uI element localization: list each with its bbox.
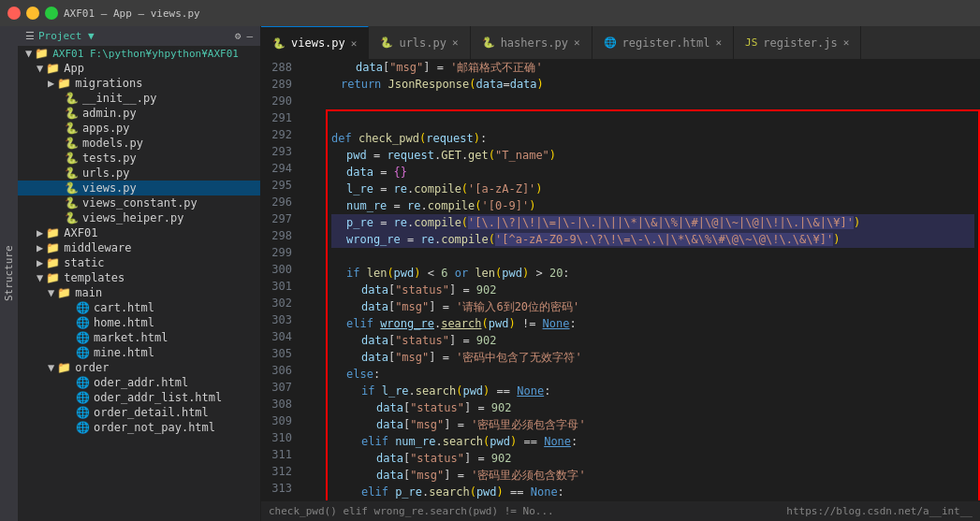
tree-views-constant[interactable]: 🐍 views_constant.py (18, 195, 260, 210)
tab-hashers-py-label: hashers.py (501, 36, 568, 50)
tree-oder-addr[interactable]: 🌐 oder_addr.html (18, 375, 260, 390)
code-line-307: if l_re.search(pwd) == None: (331, 383, 974, 399)
settings-icon[interactable]: ⚙ (235, 30, 241, 42)
tab-register-js[interactable]: JS register.js ✕ (734, 26, 861, 59)
tree-cart[interactable]: 🌐 cart.html (18, 300, 260, 315)
sidebar-header: ☰ Project ▼ ⚙ — (18, 26, 260, 46)
views-label: views.py (82, 181, 137, 195)
tab-views-py-label: views.py (291, 36, 345, 50)
tree-order-not-pay[interactable]: 🌐 order_not_pay.html (18, 420, 260, 435)
order-label: order (75, 361, 109, 374)
register-html-icon: 🌐 (604, 36, 617, 49)
main-label: main (75, 286, 102, 299)
tab-urls-py-label: urls.py (399, 36, 446, 50)
tab-views-py[interactable]: 🐍 views.py ✕ (261, 26, 369, 59)
oder-addr-label: oder_addr.html (94, 376, 188, 389)
code-line-312: data["msg"] = '密码里必须包含数字' (331, 467, 974, 484)
views-py-icon: 🐍 (272, 37, 285, 50)
static-label: static (64, 256, 104, 269)
middleware-label: middleware (64, 241, 131, 254)
tree-middleware[interactable]: ▶ 📁 middleware (18, 240, 260, 255)
tree-home[interactable]: 🌐 home.html (18, 315, 260, 330)
code-line-292: def check_pwd(request): (331, 130, 974, 147)
code-line-299 (331, 248, 974, 265)
tab-hashers-py[interactable]: 🐍 hashers.py ✕ (471, 26, 592, 59)
tree-migrations[interactable]: ▶ 📁 migrations (18, 76, 260, 91)
apps-label: apps.py (82, 122, 130, 135)
tree-main[interactable]: ▼ 📁 main (18, 285, 260, 300)
home-label: home.html (94, 316, 154, 329)
tree-templates[interactable]: ▼ 📁 templates (18, 270, 260, 285)
root-label: AXF01 F:\python¥yhpython¥AXF01 (52, 48, 239, 60)
tree-init[interactable]: 🐍 __init__.py (18, 91, 260, 106)
project-label: Project ▼ (38, 30, 95, 42)
tab-register-html[interactable]: 🌐 register.html ✕ (592, 26, 735, 59)
tab-views-py-close[interactable]: ✕ (351, 37, 358, 50)
minimize-btn[interactable] (26, 7, 39, 20)
tree-models[interactable]: 🐍 models.py (18, 136, 260, 151)
code-line-310: elif num_re.search(pwd) == None: (331, 433, 974, 450)
breadcrumb-text: check_pwd() elif wrong_re.search(pwd) !=… (269, 505, 554, 517)
breadcrumb: check_pwd() elif wrong_re.search(pwd) !=… (261, 500, 980, 521)
tab-hashers-py-close[interactable]: ✕ (574, 36, 580, 49)
code-line-290 (326, 93, 980, 109)
tree-admin[interactable]: 🐍 admin.py (18, 106, 260, 121)
highlight-region: def check_pwd(request): pwd = request.GE… (326, 109, 980, 500)
tree-views[interactable]: 🐍 views.py (18, 181, 260, 195)
views-constant-label: views_constant.py (82, 196, 197, 210)
tree-apps[interactable]: 🐍 apps.py (18, 121, 260, 136)
tree-tests[interactable]: 🐍 tests.py (18, 151, 260, 166)
code-line-302: data["msg"] = '请输入6到20位的密码' (331, 298, 974, 315)
register-js-icon: JS (745, 36, 757, 49)
tree-axf01[interactable]: ▶ 📁 AXF01 (18, 225, 260, 240)
tab-urls-py-close[interactable]: ✕ (452, 36, 459, 49)
tree-order[interactable]: ▼ 📁 order (18, 360, 260, 375)
blog-url: https://blog.csdn.net/a__int__ (786, 505, 973, 517)
app-label: App (64, 62, 84, 75)
line-numbers: 288 289 290 291 292 293 294 295 296 297 … (261, 59, 303, 500)
tree-order-detail[interactable]: 🌐 order_detail.html (18, 405, 260, 420)
tree-static[interactable]: ▶ 📁 static (18, 255, 260, 270)
tree-market[interactable]: 🌐 market.html (18, 330, 260, 345)
oder-addr-list-label: oder_addr_list.html (94, 391, 222, 404)
code-line-294: data = {} (331, 164, 974, 181)
structure-panel[interactable]: Structure (0, 26, 18, 521)
code-line-308: data["status"] = 902 (331, 399, 974, 416)
tree-app[interactable]: ▼ 📁 App (18, 61, 260, 76)
tree-mine[interactable]: 🌐 mine.html (18, 345, 260, 360)
code-line-301: data["status"] = 902 (331, 282, 974, 298)
code-line-298: wrong_re = re.compile('[^a-zA-Z0-9\.\?\!… (331, 231, 974, 248)
tree-views-heiper[interactable]: 🐍 views_heiper.py (18, 210, 260, 225)
minus-icon[interactable]: — (246, 30, 253, 42)
code-editor[interactable]: 288 289 290 291 292 293 294 295 296 297 … (261, 59, 980, 500)
sidebar-icons: ⚙ — (235, 30, 253, 42)
window-title: AXF01 — App — views.py (64, 7, 200, 20)
code-line-295: l_re = re.compile('[a-zA-Z]') (331, 181, 974, 197)
close-btn[interactable] (7, 7, 21, 20)
tree-root[interactable]: ▼ 📁 AXF01 F:\python¥yhpython¥AXF01 (18, 46, 260, 61)
tree-oder-addr-list[interactable]: 🌐 oder_addr_list.html (18, 390, 260, 405)
tab-register-html-close[interactable]: ✕ (715, 36, 722, 49)
code-line-293: pwd = request.GET.get("T_name") (331, 147, 974, 164)
tab-register-html-label: register.html (622, 36, 710, 50)
urls-py-icon: 🐍 (380, 36, 393, 49)
title-bar: AXF01 — App — views.py (0, 0, 980, 26)
urls-label: urls.py (82, 166, 130, 180)
migrations-label: migrations (75, 77, 142, 90)
code-line-289: return JsonResponse(data=data) (326, 76, 980, 93)
tree-urls[interactable]: 🐍 urls.py (18, 166, 260, 181)
tab-urls-py[interactable]: 🐍 urls.py ✕ (369, 26, 470, 59)
maximize-btn[interactable] (45, 7, 58, 20)
code-line-303: elif wrong_re.search(pwd) != None: (331, 315, 974, 332)
code-content[interactable]: data["msg"] = '邮箱格式不正确' return JsonRespo… (318, 59, 980, 500)
code-line-311: data["status"] = 902 (331, 450, 974, 467)
code-line-313: elif p_re.search(pwd) == None: (331, 484, 974, 500)
code-line-291 (331, 113, 974, 130)
editor-area: 🐍 views.py ✕ 🐍 urls.py ✕ 🐍 hashers.py ✕ … (261, 26, 980, 521)
tab-register-js-close[interactable]: ✕ (843, 36, 850, 49)
mine-label: mine.html (94, 346, 154, 359)
code-line-306: else: (331, 366, 974, 383)
code-line-305: data["msg"] = '密码中包含了无效字符' (331, 349, 974, 366)
tabs-bar: 🐍 views.py ✕ 🐍 urls.py ✕ 🐍 hashers.py ✕ … (261, 26, 980, 59)
code-line-304: data["status"] = 902 (331, 332, 974, 349)
